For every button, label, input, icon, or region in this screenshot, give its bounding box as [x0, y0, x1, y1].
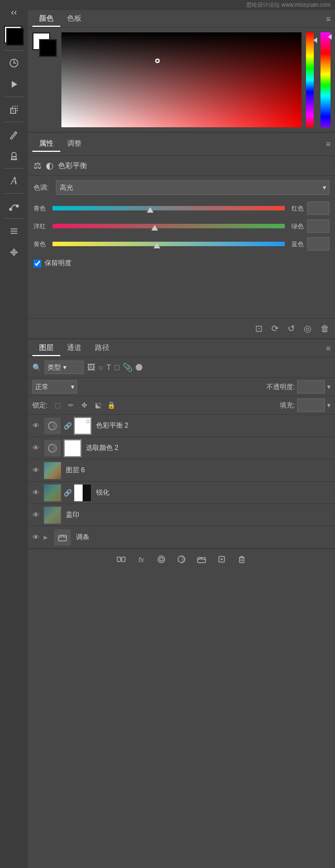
- circle-icon: ◐: [46, 160, 54, 171]
- path-tool-icon[interactable]: [4, 196, 24, 216]
- secondary-hue-strip[interactable]: [320, 32, 331, 127]
- fg-bg-color-selector[interactable]: [32, 32, 57, 57]
- tone-select-wrapper[interactable]: 阴影 中间调 高光: [56, 180, 329, 195]
- filter-type-select[interactable]: 类型 ▾: [45, 361, 84, 374]
- clip-to-layer-icon[interactable]: ⊡: [255, 323, 262, 334]
- type-tool-icon[interactable]: A: [4, 171, 24, 191]
- filter-pixel-icon[interactable]: 🖼: [87, 363, 95, 372]
- divider-4: [4, 168, 24, 169]
- color-swatch[interactable]: [4, 26, 24, 46]
- layer-name: 锐化: [94, 488, 333, 497]
- scroll-up-icon[interactable]: ‹‹: [4, 2, 24, 22]
- tab-swatches[interactable]: 色板: [60, 11, 88, 27]
- magenta-green-value[interactable]: 0: [307, 219, 329, 233]
- layer-visibility-icon[interactable]: 👁: [30, 443, 41, 454]
- svg-marker-1: [12, 81, 17, 88]
- layer-group-thumb: [54, 529, 71, 546]
- tab-color[interactable]: 颜色: [32, 11, 60, 27]
- reset-icon[interactable]: ↺: [288, 323, 295, 334]
- add-mask-icon[interactable]: [155, 553, 168, 566]
- add-layer-icon[interactable]: [215, 553, 228, 566]
- layer-row[interactable]: 👁 🔗 ◻ 色彩平衡 2: [28, 415, 335, 437]
- add-group-icon[interactable]: [195, 553, 208, 566]
- layer-expand-icon[interactable]: ▶: [44, 534, 51, 540]
- layer-name: 选取颜色 2: [84, 443, 333, 453]
- cyan-red-track[interactable]: [52, 206, 285, 210]
- layer-row[interactable]: 👁 ▶ 调条: [28, 526, 335, 549]
- settings-tool-icon[interactable]: [4, 221, 24, 241]
- tab-properties[interactable]: 属性: [32, 136, 60, 152]
- stamp-tool-icon[interactable]: [4, 146, 24, 166]
- layer-visibility-icon[interactable]: 👁: [30, 487, 41, 498]
- delete-layer-icon[interactable]: [235, 553, 248, 566]
- preserve-checkbox[interactable]: [34, 260, 41, 267]
- color-panel-menu-icon[interactable]: ≡: [326, 15, 331, 23]
- add-style-icon[interactable]: fx: [135, 553, 148, 566]
- green-label: 绿色: [288, 222, 304, 231]
- layer-visibility-icon[interactable]: 👁: [30, 510, 41, 521]
- lock-all-btn[interactable]: 🔒: [106, 400, 117, 411]
- filter-adjust-icon[interactable]: ○: [98, 363, 103, 372]
- link-layers-icon[interactable]: [114, 553, 128, 566]
- lock-artboard-btn[interactable]: ⬕: [92, 400, 103, 411]
- crosshair-tool-icon[interactable]: [4, 242, 24, 262]
- lock-brush-btn[interactable]: ✏: [65, 400, 76, 411]
- watermark-text: 思绘设计论坛 www.missyuan.com: [246, 1, 331, 9]
- yellow-blue-thumb[interactable]: [154, 243, 160, 248]
- tab-channels[interactable]: 通道: [60, 341, 88, 356]
- fill-input[interactable]: 100%: [297, 399, 325, 412]
- filter-toggle-dot[interactable]: [136, 364, 142, 371]
- filter-type-icon[interactable]: T: [106, 363, 111, 372]
- filter-type-chevron: ▾: [63, 363, 66, 371]
- tab-layers[interactable]: 图层: [32, 341, 60, 356]
- tab-adjustments[interactable]: 调整: [60, 136, 88, 152]
- tab-paths[interactable]: 路径: [88, 341, 116, 356]
- transform-tool-icon[interactable]: [4, 99, 24, 119]
- tone-select[interactable]: 阴影 中间调 高光: [56, 180, 329, 195]
- brush-tool-icon[interactable]: [4, 124, 24, 145]
- layer-link-icon: 🔗: [64, 489, 71, 497]
- layer-row[interactable]: 👁 选取颜色 2: [28, 437, 335, 459]
- properties-menu-icon[interactable]: ≡: [326, 140, 331, 148]
- blend-mode-value: 正常: [35, 382, 49, 392]
- history-tool-icon[interactable]: [4, 53, 24, 73]
- filter-smart-icon[interactable]: 📎: [123, 363, 132, 372]
- lock-move-btn[interactable]: ✤: [79, 400, 90, 411]
- background-swatch[interactable]: [39, 39, 57, 57]
- opacity-input[interactable]: 100%: [297, 380, 325, 394]
- layer-link-icon: 🔗: [64, 422, 71, 430]
- magenta-green-thumb[interactable]: [151, 225, 158, 231]
- lock-transparent-btn[interactable]: ⬚: [52, 400, 63, 411]
- properties-spacer: [28, 274, 335, 318]
- yellow-blue-track[interactable]: [52, 242, 285, 246]
- layer-row[interactable]: 👁 盖印: [28, 504, 335, 526]
- fill-chevron[interactable]: ▾: [327, 401, 331, 409]
- layer-visibility-icon[interactable]: 👁: [30, 465, 41, 476]
- yellow-blue-value[interactable]: +1: [307, 237, 329, 251]
- blend-mode-select[interactable]: 正常 ▾: [32, 380, 77, 394]
- layer-row[interactable]: 👁 🔗 锐化: [28, 482, 335, 504]
- layer-mask-thumb: ◻: [74, 417, 92, 435]
- layer-mask-thumb: [64, 439, 82, 457]
- play-icon[interactable]: [4, 74, 24, 94]
- opacity-chevron[interactable]: ▾: [327, 383, 331, 391]
- delete-adjustment-icon[interactable]: 🗑: [320, 324, 329, 334]
- hue-strip[interactable]: [306, 32, 314, 127]
- svg-point-8: [9, 208, 12, 210]
- view-previous-icon[interactable]: ⟳: [271, 323, 279, 334]
- layer-row[interactable]: 👁 图层 6: [28, 459, 335, 482]
- layer-image-thumb: [44, 462, 61, 479]
- layer-adjustment-thumb: [44, 439, 61, 457]
- add-adjustment-icon[interactable]: [175, 553, 188, 566]
- layer-visibility-icon[interactable]: 👁: [30, 420, 41, 431]
- filter-shape-icon[interactable]: □: [114, 363, 119, 372]
- cyan-red-thumb[interactable]: [147, 207, 154, 213]
- visibility-icon[interactable]: ◎: [304, 323, 312, 334]
- color-gradient-picker[interactable]: [61, 32, 302, 127]
- cyan-red-value[interactable]: -2: [307, 202, 329, 215]
- right-panel: 思绘设计论坛 www.missyuan.com 颜色 色板 ≡: [28, 0, 335, 868]
- layers-menu-icon[interactable]: ≡: [326, 344, 331, 353]
- magenta-green-track[interactable]: [52, 224, 285, 228]
- background-color[interactable]: [6, 28, 24, 46]
- layer-visibility-icon[interactable]: 👁: [30, 532, 41, 543]
